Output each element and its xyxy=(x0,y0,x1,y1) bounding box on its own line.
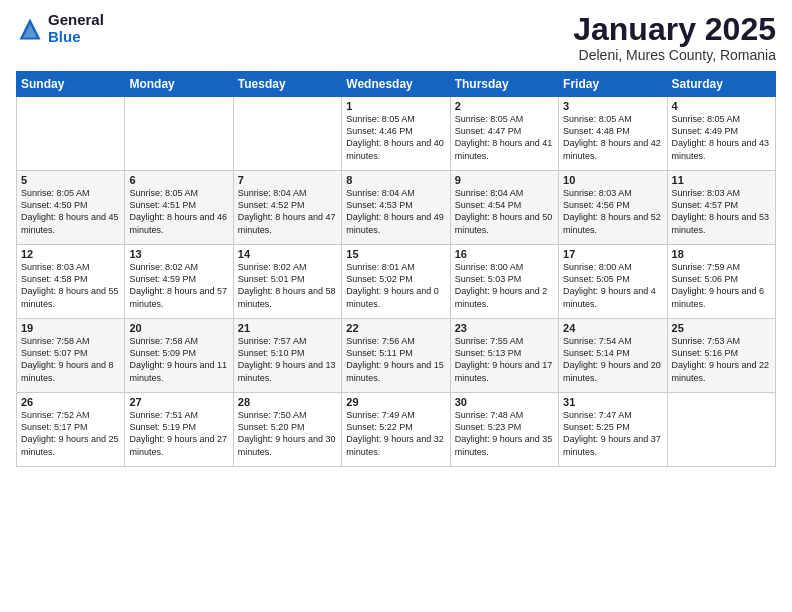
day-info: Sunrise: 8:04 AM Sunset: 4:54 PM Dayligh… xyxy=(455,187,554,236)
day-cell: 14Sunrise: 8:02 AM Sunset: 5:01 PM Dayli… xyxy=(233,245,341,319)
day-info: Sunrise: 7:54 AM Sunset: 5:14 PM Dayligh… xyxy=(563,335,662,384)
logo-blue: Blue xyxy=(48,29,104,46)
day-cell: 9Sunrise: 8:04 AM Sunset: 4:54 PM Daylig… xyxy=(450,171,558,245)
day-number: 29 xyxy=(346,396,445,408)
day-info: Sunrise: 7:50 AM Sunset: 5:20 PM Dayligh… xyxy=(238,409,337,458)
day-info: Sunrise: 8:02 AM Sunset: 5:01 PM Dayligh… xyxy=(238,261,337,310)
day-number: 21 xyxy=(238,322,337,334)
weekday-header-row: SundayMondayTuesdayWednesdayThursdayFrid… xyxy=(17,72,776,97)
day-cell: 15Sunrise: 8:01 AM Sunset: 5:02 PM Dayli… xyxy=(342,245,450,319)
logo-icon xyxy=(16,15,44,43)
day-cell: 25Sunrise: 7:53 AM Sunset: 5:16 PM Dayli… xyxy=(667,319,775,393)
weekday-header-tuesday: Tuesday xyxy=(233,72,341,97)
day-info: Sunrise: 8:01 AM Sunset: 5:02 PM Dayligh… xyxy=(346,261,445,310)
day-info: Sunrise: 7:49 AM Sunset: 5:22 PM Dayligh… xyxy=(346,409,445,458)
day-number: 13 xyxy=(129,248,228,260)
calendar-page: General Blue January 2025 Deleni, Mures … xyxy=(0,0,792,612)
logo-general: General xyxy=(48,12,104,29)
day-info: Sunrise: 8:03 AM Sunset: 4:57 PM Dayligh… xyxy=(672,187,771,236)
day-info: Sunrise: 8:05 AM Sunset: 4:46 PM Dayligh… xyxy=(346,113,445,162)
day-number: 23 xyxy=(455,322,554,334)
day-number: 30 xyxy=(455,396,554,408)
day-number: 19 xyxy=(21,322,120,334)
day-info: Sunrise: 7:58 AM Sunset: 5:09 PM Dayligh… xyxy=(129,335,228,384)
day-cell: 20Sunrise: 7:58 AM Sunset: 5:09 PM Dayli… xyxy=(125,319,233,393)
weekday-header-thursday: Thursday xyxy=(450,72,558,97)
weekday-header-friday: Friday xyxy=(559,72,667,97)
day-cell: 10Sunrise: 8:03 AM Sunset: 4:56 PM Dayli… xyxy=(559,171,667,245)
day-number: 25 xyxy=(672,322,771,334)
day-info: Sunrise: 8:04 AM Sunset: 4:52 PM Dayligh… xyxy=(238,187,337,236)
day-number: 9 xyxy=(455,174,554,186)
day-cell xyxy=(233,97,341,171)
day-number: 18 xyxy=(672,248,771,260)
day-number: 1 xyxy=(346,100,445,112)
day-number: 3 xyxy=(563,100,662,112)
header: General Blue January 2025 Deleni, Mures … xyxy=(16,12,776,63)
week-row-1: 1Sunrise: 8:05 AM Sunset: 4:46 PM Daylig… xyxy=(17,97,776,171)
day-number: 27 xyxy=(129,396,228,408)
logo-text: General Blue xyxy=(48,12,104,45)
day-cell: 3Sunrise: 8:05 AM Sunset: 4:48 PM Daylig… xyxy=(559,97,667,171)
day-info: Sunrise: 7:58 AM Sunset: 5:07 PM Dayligh… xyxy=(21,335,120,384)
week-row-3: 12Sunrise: 8:03 AM Sunset: 4:58 PM Dayli… xyxy=(17,245,776,319)
day-cell: 18Sunrise: 7:59 AM Sunset: 5:06 PM Dayli… xyxy=(667,245,775,319)
calendar-table: SundayMondayTuesdayWednesdayThursdayFrid… xyxy=(16,71,776,467)
day-number: 4 xyxy=(672,100,771,112)
day-cell: 4Sunrise: 8:05 AM Sunset: 4:49 PM Daylig… xyxy=(667,97,775,171)
day-number: 16 xyxy=(455,248,554,260)
day-cell: 24Sunrise: 7:54 AM Sunset: 5:14 PM Dayli… xyxy=(559,319,667,393)
weekday-header-sunday: Sunday xyxy=(17,72,125,97)
day-number: 8 xyxy=(346,174,445,186)
day-info: Sunrise: 7:56 AM Sunset: 5:11 PM Dayligh… xyxy=(346,335,445,384)
day-info: Sunrise: 8:05 AM Sunset: 4:47 PM Dayligh… xyxy=(455,113,554,162)
week-row-5: 26Sunrise: 7:52 AM Sunset: 5:17 PM Dayli… xyxy=(17,393,776,467)
day-cell: 5Sunrise: 8:05 AM Sunset: 4:50 PM Daylig… xyxy=(17,171,125,245)
day-number: 31 xyxy=(563,396,662,408)
day-cell: 13Sunrise: 8:02 AM Sunset: 4:59 PM Dayli… xyxy=(125,245,233,319)
day-info: Sunrise: 8:02 AM Sunset: 4:59 PM Dayligh… xyxy=(129,261,228,310)
day-number: 11 xyxy=(672,174,771,186)
day-info: Sunrise: 8:03 AM Sunset: 4:56 PM Dayligh… xyxy=(563,187,662,236)
day-cell: 16Sunrise: 8:00 AM Sunset: 5:03 PM Dayli… xyxy=(450,245,558,319)
day-number: 12 xyxy=(21,248,120,260)
day-number: 2 xyxy=(455,100,554,112)
day-cell: 17Sunrise: 8:00 AM Sunset: 5:05 PM Dayli… xyxy=(559,245,667,319)
day-cell: 12Sunrise: 8:03 AM Sunset: 4:58 PM Dayli… xyxy=(17,245,125,319)
weekday-header-saturday: Saturday xyxy=(667,72,775,97)
day-info: Sunrise: 8:05 AM Sunset: 4:49 PM Dayligh… xyxy=(672,113,771,162)
day-cell: 29Sunrise: 7:49 AM Sunset: 5:22 PM Dayli… xyxy=(342,393,450,467)
day-cell xyxy=(125,97,233,171)
week-row-4: 19Sunrise: 7:58 AM Sunset: 5:07 PM Dayli… xyxy=(17,319,776,393)
day-number: 7 xyxy=(238,174,337,186)
day-info: Sunrise: 8:05 AM Sunset: 4:48 PM Dayligh… xyxy=(563,113,662,162)
weekday-header-monday: Monday xyxy=(125,72,233,97)
day-number: 22 xyxy=(346,322,445,334)
day-number: 26 xyxy=(21,396,120,408)
day-cell: 27Sunrise: 7:51 AM Sunset: 5:19 PM Dayli… xyxy=(125,393,233,467)
day-number: 28 xyxy=(238,396,337,408)
day-cell: 22Sunrise: 7:56 AM Sunset: 5:11 PM Dayli… xyxy=(342,319,450,393)
day-cell: 30Sunrise: 7:48 AM Sunset: 5:23 PM Dayli… xyxy=(450,393,558,467)
weekday-header-wednesday: Wednesday xyxy=(342,72,450,97)
title-block: January 2025 Deleni, Mures County, Roman… xyxy=(573,12,776,63)
day-number: 15 xyxy=(346,248,445,260)
day-cell: 23Sunrise: 7:55 AM Sunset: 5:13 PM Dayli… xyxy=(450,319,558,393)
day-info: Sunrise: 7:53 AM Sunset: 5:16 PM Dayligh… xyxy=(672,335,771,384)
day-info: Sunrise: 8:05 AM Sunset: 4:51 PM Dayligh… xyxy=(129,187,228,236)
week-row-2: 5Sunrise: 8:05 AM Sunset: 4:50 PM Daylig… xyxy=(17,171,776,245)
day-info: Sunrise: 8:05 AM Sunset: 4:50 PM Dayligh… xyxy=(21,187,120,236)
day-number: 24 xyxy=(563,322,662,334)
day-cell: 21Sunrise: 7:57 AM Sunset: 5:10 PM Dayli… xyxy=(233,319,341,393)
day-info: Sunrise: 8:00 AM Sunset: 5:03 PM Dayligh… xyxy=(455,261,554,310)
day-cell: 28Sunrise: 7:50 AM Sunset: 5:20 PM Dayli… xyxy=(233,393,341,467)
day-cell: 6Sunrise: 8:05 AM Sunset: 4:51 PM Daylig… xyxy=(125,171,233,245)
calendar-subtitle: Deleni, Mures County, Romania xyxy=(573,47,776,63)
day-number: 17 xyxy=(563,248,662,260)
day-info: Sunrise: 7:55 AM Sunset: 5:13 PM Dayligh… xyxy=(455,335,554,384)
day-info: Sunrise: 7:59 AM Sunset: 5:06 PM Dayligh… xyxy=(672,261,771,310)
day-number: 6 xyxy=(129,174,228,186)
day-info: Sunrise: 8:04 AM Sunset: 4:53 PM Dayligh… xyxy=(346,187,445,236)
calendar-title: January 2025 xyxy=(573,12,776,47)
day-cell: 7Sunrise: 8:04 AM Sunset: 4:52 PM Daylig… xyxy=(233,171,341,245)
